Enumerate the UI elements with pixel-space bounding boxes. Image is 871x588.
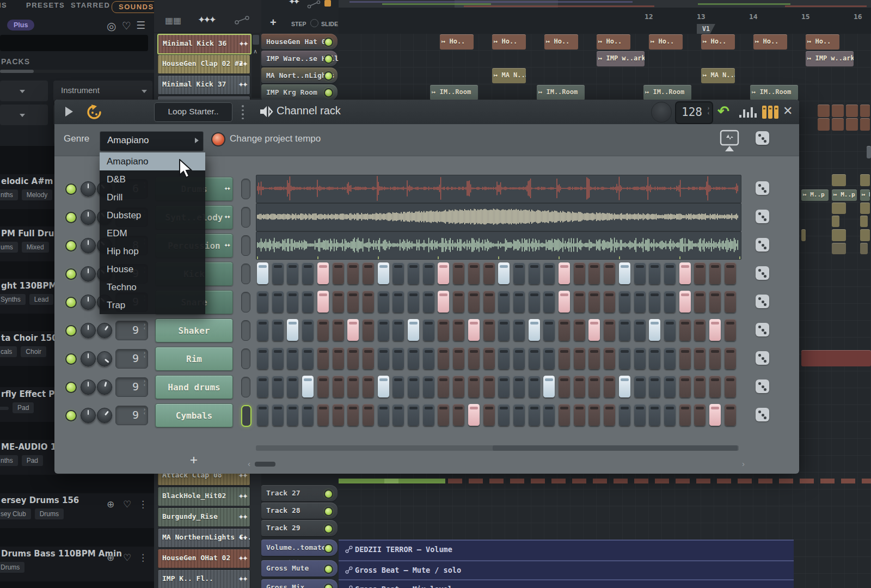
channel-select-indicator[interactable] <box>241 179 250 199</box>
channel-enable-led[interactable] <box>65 183 77 195</box>
step-cell[interactable] <box>453 262 464 284</box>
step-cell[interactable] <box>543 376 555 397</box>
step-cell[interactable] <box>664 376 676 397</box>
audio-clip[interactable]: ↦ Ho.. <box>806 34 839 50</box>
add-channel-button[interactable]: + <box>270 16 277 29</box>
instrument-dropdown[interactable]: Instrument <box>53 81 152 101</box>
slide-tool-icon[interactable] <box>307 0 321 9</box>
step-cell[interactable] <box>392 376 404 397</box>
step-cell[interactable] <box>664 347 676 369</box>
sample-slot[interactable]: BlackHole_Hit02✦✦ <box>157 487 250 506</box>
step-cell[interactable] <box>392 347 404 369</box>
automation-clip[interactable]: DEDZII TERROR – Volume <box>339 540 794 560</box>
channel-enable-led[interactable] <box>65 325 77 336</box>
audio-clip[interactable]: ↦ M..p <box>801 189 829 201</box>
step-cell[interactable] <box>559 319 570 341</box>
drag-handle-dots[interactable] <box>242 103 244 121</box>
step-cell[interactable] <box>679 291 691 313</box>
step-cell[interactable] <box>438 319 449 341</box>
step-cell[interactable] <box>333 291 344 313</box>
step-cell[interactable] <box>483 347 495 369</box>
step-cell[interactable] <box>709 376 721 397</box>
swap-number-box[interactable]: 9›‹ <box>115 321 148 340</box>
step-cell[interactable] <box>529 291 540 313</box>
audio-clip[interactable]: ↦ IM..Room <box>430 85 478 100</box>
audio-clip[interactable] <box>801 350 871 366</box>
row-dice-icon[interactable] <box>756 238 769 252</box>
audio-clip[interactable] <box>860 243 868 254</box>
audio-clip[interactable]: ↦ MA N..at <box>492 68 526 83</box>
step-cell[interactable] <box>363 319 374 341</box>
tag-chip[interactable]: Pad <box>13 402 34 413</box>
step-cell[interactable] <box>725 319 736 341</box>
step-cell[interactable] <box>347 376 359 397</box>
tempo-spinners[interactable]: ›‹ <box>708 106 709 115</box>
slots-vscrollbar[interactable]: ∧ <box>252 33 260 98</box>
step-cell[interactable] <box>302 347 314 369</box>
audio-clip[interactable] <box>846 118 858 131</box>
step-cell[interactable] <box>664 262 676 284</box>
track-header[interactable]: Track 29 <box>261 520 338 536</box>
track-header[interactable]: Track 28 <box>261 503 338 519</box>
step-cell[interactable] <box>287 376 298 397</box>
close-icon[interactable]: ✕ <box>783 104 793 118</box>
step-cell[interactable] <box>408 291 419 313</box>
tag-chip[interactable]: Drums <box>35 509 64 519</box>
step-cell[interactable] <box>257 376 268 397</box>
step-cell[interactable] <box>588 347 600 369</box>
channel-select-indicator[interactable] <box>241 377 250 397</box>
channel-select-indicator[interactable] <box>241 264 250 284</box>
step-cell[interactable] <box>272 319 284 341</box>
step-cell[interactable] <box>619 262 630 284</box>
audio-clip[interactable]: ↦ MA N..at <box>701 68 735 83</box>
step-cell[interactable] <box>634 262 646 284</box>
channel-select-indicator[interactable] <box>241 320 250 341</box>
step-cell[interactable] <box>679 376 691 397</box>
audio-clip[interactable] <box>832 174 846 186</box>
step-cell[interactable] <box>649 376 660 397</box>
step-cell[interactable] <box>529 262 540 284</box>
channel-enable-led[interactable] <box>65 297 77 308</box>
swap-number-box[interactable]: 9›‹ <box>115 406 148 425</box>
step-cell[interactable] <box>483 376 495 397</box>
sample-slot[interactable]: MA NorthernLights C..✦✦ <box>157 528 250 548</box>
tag-chip[interactable]: cals <box>0 346 17 357</box>
step-cell[interactable] <box>574 347 585 369</box>
step-cell[interactable] <box>438 291 449 313</box>
step-cell[interactable] <box>483 262 495 284</box>
pattern-columns-icon[interactable] <box>762 106 780 119</box>
step-cell[interactable] <box>709 262 721 284</box>
step-cell[interactable] <box>619 291 630 313</box>
audio-clip[interactable] <box>860 118 870 131</box>
step-cell[interactable] <box>317 291 329 313</box>
genre-dropdown[interactable]: Amapiano <box>100 131 204 151</box>
add-circle-icon[interactable]: ⊕ <box>107 499 114 510</box>
sample-slot[interactable]: Minimal Kick 36✦✦ <box>157 34 252 54</box>
step-cell[interactable] <box>257 291 268 313</box>
audio-clip[interactable]: ↦ Ho.. <box>492 34 526 50</box>
step-cell[interactable] <box>619 319 630 341</box>
step-cell[interactable] <box>347 291 359 313</box>
step-cell[interactable] <box>725 404 736 426</box>
step-cell[interactable] <box>574 319 585 341</box>
audio-clip[interactable] <box>860 105 870 117</box>
play-icon[interactable] <box>65 107 73 117</box>
audio-clip[interactable]: ↦ Ho.. <box>701 34 735 50</box>
row-dice-icon[interactable] <box>756 408 769 421</box>
tab-presets[interactable]: PRESETS <box>26 1 65 9</box>
step-cell[interactable] <box>649 262 660 284</box>
swap-number-box[interactable]: 9›‹ <box>115 377 148 397</box>
step-cell[interactable] <box>604 404 615 426</box>
step-cell[interactable] <box>649 404 660 426</box>
menu-icon[interactable]: ☰ <box>136 19 145 32</box>
add-channel-button[interactable]: + <box>190 452 198 467</box>
step-cell[interactable] <box>709 347 721 369</box>
step-cell[interactable] <box>498 376 510 397</box>
channel-select-indicator[interactable] <box>241 405 252 427</box>
track-led[interactable] <box>324 38 333 47</box>
step-cell[interactable] <box>725 291 736 313</box>
step-cell[interactable] <box>513 376 525 397</box>
step-cell[interactable] <box>634 319 646 341</box>
pan-knob[interactable] <box>81 295 96 310</box>
heart-icon[interactable]: ♡ <box>123 499 131 510</box>
